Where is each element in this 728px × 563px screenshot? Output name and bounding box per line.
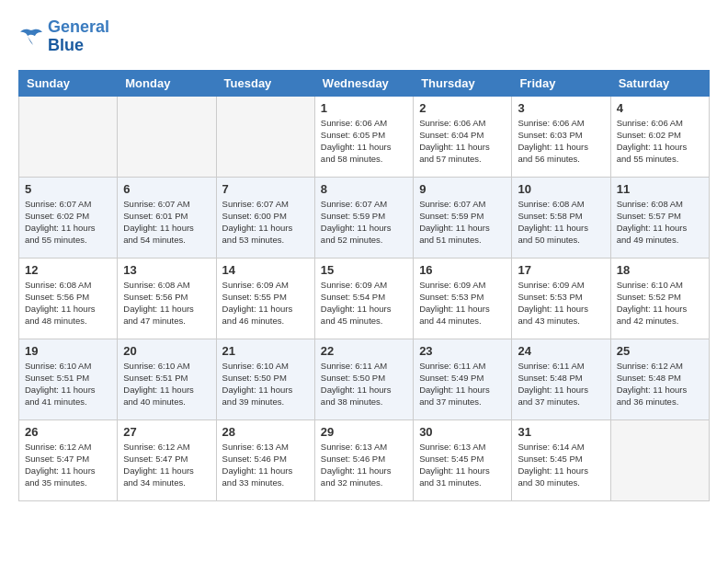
weekday-header: Friday <box>512 70 610 96</box>
calendar-cell: 3Sunrise: 6:06 AM Sunset: 6:03 PM Daylig… <box>512 96 610 177</box>
day-info: Sunrise: 6:13 AM Sunset: 5:46 PM Dayligh… <box>321 441 407 489</box>
calendar-cell: 14Sunrise: 6:09 AM Sunset: 5:55 PM Dayli… <box>216 258 314 339</box>
day-number: 23 <box>419 344 506 358</box>
calendar-cell: 7Sunrise: 6:07 AM Sunset: 6:00 PM Daylig… <box>216 177 314 258</box>
day-number: 1 <box>321 101 407 115</box>
day-info: Sunrise: 6:06 AM Sunset: 6:03 PM Dayligh… <box>518 117 604 166</box>
day-number: 22 <box>321 344 407 358</box>
calendar-cell: 25Sunrise: 6:12 AM Sunset: 5:48 PM Dayli… <box>610 339 709 419</box>
day-number: 7 <box>222 182 309 196</box>
calendar-cell: 9Sunrise: 6:07 AM Sunset: 5:59 PM Daylig… <box>414 177 512 258</box>
day-number: 25 <box>617 344 703 358</box>
day-number: 16 <box>419 263 506 277</box>
day-info: Sunrise: 6:08 AM Sunset: 5:57 PM Dayligh… <box>617 198 703 247</box>
calendar-cell: 26Sunrise: 6:12 AM Sunset: 5:47 PM Dayli… <box>19 419 118 500</box>
day-info: Sunrise: 6:11 AM Sunset: 5:49 PM Dayligh… <box>419 360 506 408</box>
day-info: Sunrise: 6:12 AM Sunset: 5:48 PM Dayligh… <box>617 360 703 408</box>
day-info: Sunrise: 6:10 AM Sunset: 5:50 PM Dayligh… <box>222 360 309 408</box>
calendar-cell: 22Sunrise: 6:11 AM Sunset: 5:50 PM Dayli… <box>314 339 413 419</box>
day-info: Sunrise: 6:10 AM Sunset: 5:52 PM Dayligh… <box>617 279 703 327</box>
logo-text: GeneralBlue <box>48 18 109 55</box>
day-number: 14 <box>222 263 309 277</box>
day-number: 26 <box>25 425 111 439</box>
day-info: Sunrise: 6:08 AM Sunset: 5:56 PM Dayligh… <box>123 279 210 327</box>
day-info: Sunrise: 6:07 AM Sunset: 6:00 PM Dayligh… <box>222 198 309 247</box>
calendar-cell: 6Sunrise: 6:07 AM Sunset: 6:01 PM Daylig… <box>118 177 216 258</box>
calendar-cell: 17Sunrise: 6:09 AM Sunset: 5:53 PM Dayli… <box>512 258 610 339</box>
calendar-cell: 15Sunrise: 6:09 AM Sunset: 5:54 PM Dayli… <box>314 258 413 339</box>
day-info: Sunrise: 6:11 AM Sunset: 5:50 PM Dayligh… <box>321 360 407 408</box>
weekday-header: Saturday <box>610 70 709 96</box>
day-info: Sunrise: 6:10 AM Sunset: 5:51 PM Dayligh… <box>123 360 210 408</box>
day-number: 8 <box>321 182 407 196</box>
day-number: 15 <box>321 263 407 277</box>
day-number: 17 <box>518 263 604 277</box>
day-info: Sunrise: 6:08 AM Sunset: 5:56 PM Dayligh… <box>25 279 111 327</box>
calendar-table: SundayMondayTuesdayWednesdayThursdayFrid… <box>18 70 710 501</box>
calendar-cell: 23Sunrise: 6:11 AM Sunset: 5:49 PM Dayli… <box>414 339 512 419</box>
calendar-cell: 21Sunrise: 6:10 AM Sunset: 5:50 PM Dayli… <box>216 339 314 419</box>
day-number: 20 <box>123 344 210 358</box>
calendar-cell: 1Sunrise: 6:06 AM Sunset: 6:05 PM Daylig… <box>314 96 413 177</box>
calendar-cell: 5Sunrise: 6:07 AM Sunset: 6:02 PM Daylig… <box>19 177 118 258</box>
day-number: 21 <box>222 344 309 358</box>
calendar-cell: 27Sunrise: 6:12 AM Sunset: 5:47 PM Dayli… <box>118 419 216 500</box>
calendar-cell: 2Sunrise: 6:06 AM Sunset: 6:04 PM Daylig… <box>414 96 512 177</box>
day-info: Sunrise: 6:06 AM Sunset: 6:02 PM Dayligh… <box>617 117 703 166</box>
calendar-cell: 31Sunrise: 6:14 AM Sunset: 5:45 PM Dayli… <box>512 419 610 500</box>
calendar-cell: 4Sunrise: 6:06 AM Sunset: 6:02 PM Daylig… <box>610 96 709 177</box>
day-number: 2 <box>419 101 506 115</box>
logo-icon <box>18 27 44 47</box>
day-number: 3 <box>518 101 604 115</box>
weekday-header: Sunday <box>19 70 118 96</box>
day-number: 13 <box>123 263 210 277</box>
day-info: Sunrise: 6:09 AM Sunset: 5:55 PM Dayligh… <box>222 279 309 327</box>
calendar-cell: 16Sunrise: 6:09 AM Sunset: 5:53 PM Dayli… <box>414 258 512 339</box>
day-info: Sunrise: 6:07 AM Sunset: 5:59 PM Dayligh… <box>321 198 407 247</box>
day-info: Sunrise: 6:09 AM Sunset: 5:53 PM Dayligh… <box>518 279 604 327</box>
weekday-header: Monday <box>118 70 216 96</box>
day-info: Sunrise: 6:13 AM Sunset: 5:45 PM Dayligh… <box>419 441 506 489</box>
logo: GeneralBlue <box>18 18 109 55</box>
day-number: 5 <box>25 182 111 196</box>
calendar-cell <box>118 96 216 177</box>
calendar-cell <box>216 96 314 177</box>
day-info: Sunrise: 6:09 AM Sunset: 5:53 PM Dayligh… <box>419 279 506 327</box>
weekday-header: Thursday <box>414 70 512 96</box>
day-info: Sunrise: 6:12 AM Sunset: 5:47 PM Dayligh… <box>123 441 210 489</box>
day-number: 27 <box>123 425 210 439</box>
calendar-cell: 19Sunrise: 6:10 AM Sunset: 5:51 PM Dayli… <box>19 339 118 419</box>
day-info: Sunrise: 6:07 AM Sunset: 5:59 PM Dayligh… <box>419 198 506 247</box>
calendar-cell: 29Sunrise: 6:13 AM Sunset: 5:46 PM Dayli… <box>314 419 413 500</box>
weekday-header: Tuesday <box>216 70 314 96</box>
day-number: 9 <box>419 182 506 196</box>
day-info: Sunrise: 6:12 AM Sunset: 5:47 PM Dayligh… <box>25 441 111 489</box>
day-info: Sunrise: 6:13 AM Sunset: 5:46 PM Dayligh… <box>222 441 309 489</box>
calendar-cell <box>610 419 709 500</box>
day-info: Sunrise: 6:07 AM Sunset: 6:01 PM Dayligh… <box>123 198 210 247</box>
day-number: 18 <box>617 263 703 277</box>
day-number: 28 <box>222 425 309 439</box>
calendar-cell: 18Sunrise: 6:10 AM Sunset: 5:52 PM Dayli… <box>610 258 709 339</box>
day-info: Sunrise: 6:08 AM Sunset: 5:58 PM Dayligh… <box>518 198 604 247</box>
day-info: Sunrise: 6:07 AM Sunset: 6:02 PM Dayligh… <box>25 198 111 247</box>
day-info: Sunrise: 6:11 AM Sunset: 5:48 PM Dayligh… <box>518 360 604 408</box>
day-number: 11 <box>617 182 703 196</box>
calendar-cell: 20Sunrise: 6:10 AM Sunset: 5:51 PM Dayli… <box>118 339 216 419</box>
calendar-cell: 12Sunrise: 6:08 AM Sunset: 5:56 PM Dayli… <box>19 258 118 339</box>
day-number: 6 <box>123 182 210 196</box>
calendar-header: SundayMondayTuesdayWednesdayThursdayFrid… <box>19 70 710 96</box>
calendar-cell: 24Sunrise: 6:11 AM Sunset: 5:48 PM Dayli… <box>512 339 610 419</box>
calendar-cell: 13Sunrise: 6:08 AM Sunset: 5:56 PM Dayli… <box>118 258 216 339</box>
calendar-cell: 8Sunrise: 6:07 AM Sunset: 5:59 PM Daylig… <box>314 177 413 258</box>
day-info: Sunrise: 6:14 AM Sunset: 5:45 PM Dayligh… <box>518 441 604 489</box>
page-header: GeneralBlue <box>18 18 710 55</box>
day-number: 19 <box>25 344 111 358</box>
day-number: 31 <box>518 425 604 439</box>
weekday-header: Wednesday <box>314 70 413 96</box>
day-number: 4 <box>617 101 703 115</box>
day-number: 24 <box>518 344 604 358</box>
day-info: Sunrise: 6:10 AM Sunset: 5:51 PM Dayligh… <box>25 360 111 408</box>
calendar-cell: 30Sunrise: 6:13 AM Sunset: 5:45 PM Dayli… <box>414 419 512 500</box>
day-number: 29 <box>321 425 407 439</box>
